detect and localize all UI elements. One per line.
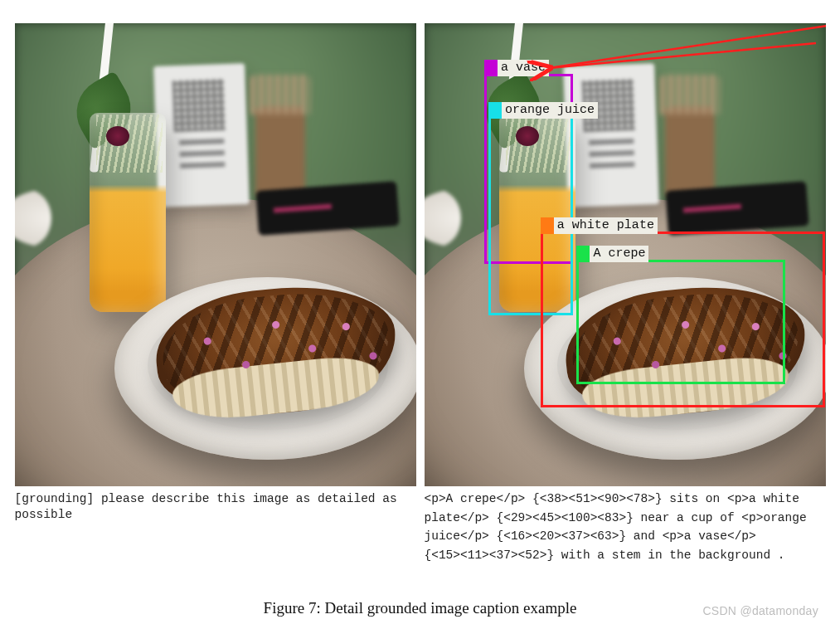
right-output-line: plate</p> {<29><45><100><83>} near a cup… [425,510,826,526]
right-photo: a vase orange juice a white plate A crep… [425,23,826,486]
right-output-line: juice</p> {<16><20><37><63>} and <p>a va… [425,529,826,544]
figure-number: Figure 7 [264,599,317,617]
right-panel: a vase orange juice a white plate A crep… [425,23,826,563]
figure-row: [grounding] please describe this image a… [15,23,825,563]
left-caption: [grounding] please describe this image a… [15,491,416,522]
right-output-line: <p>A crepe</p> {<38><51><90><78>} sits o… [425,491,826,507]
right-output: <p>A crepe</p> {<38><51><90><78>} sits o… [425,491,826,563]
watermark: CSDN @datamonday [702,604,818,617]
right-output-line: {<15><11><37><52>} with a stem in the ba… [425,548,826,563]
left-panel: [grounding] please describe this image a… [15,23,416,563]
left-photo [15,23,416,486]
left-prompt-text: [grounding] please describe this image a… [15,491,416,522]
figure-title: Detail grounded image caption example [325,599,577,617]
